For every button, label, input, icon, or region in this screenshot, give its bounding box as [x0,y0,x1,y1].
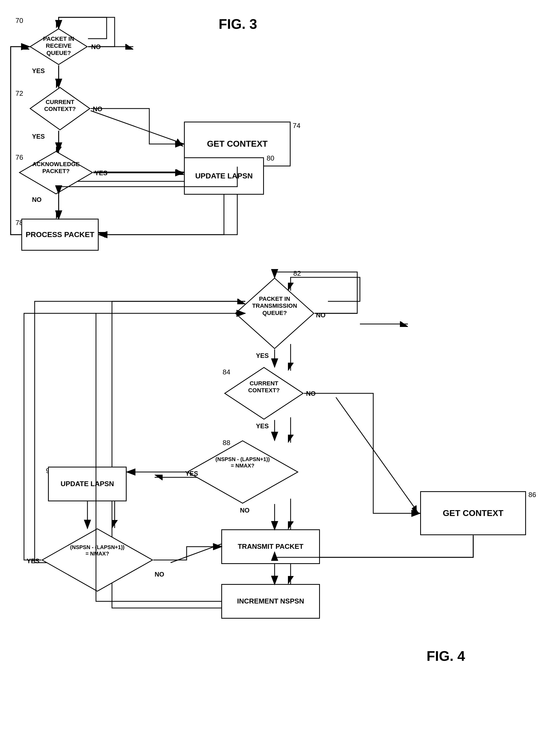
n88-diamond: (NSPSN - (LAPSN+1)) = NMAX? [187,440,299,504]
n88-text: (NSPSN - (LAPSN+1)) = NMAX? [203,456,283,469]
svg-marker-23 [42,529,152,591]
n70-no-label: NO [91,43,101,51]
n84-yes-label: YES [256,422,269,430]
n74-label: 74 [293,122,300,130]
n72-yes-label: YES [32,133,45,140]
n82-text: PACKET IN TRANSMISSION QUEUE? [246,295,303,317]
svg-line-16 [171,544,221,563]
diagram-container: FIG. 3 70 PACKET IN RECEIVE QUEUE? NO YE… [0,0,550,756]
n82-label: 82 [293,269,301,278]
n84-no-label: NO [306,390,316,397]
n70-diamond: PACKET IN RECEIVE QUEUE? [29,28,88,65]
n88-yes-label: YES [185,470,198,477]
svg-line-10 [336,397,419,513]
n96-yes-label: YES [27,557,39,565]
n72-text: CURRENT CONTEXT? [36,99,84,113]
n90-box: TRANSMIT PACKET [221,529,320,564]
n86-label: 86 [528,491,536,499]
n82-no-label: NO [316,311,326,319]
n84-diamond: CURRENT CONTEXT? [224,367,304,420]
n72-diamond: CURRENT CONTEXT? [29,87,91,131]
n82-diamond: PACKET IN TRANSMISSION QUEUE? [235,277,315,349]
n78-box: PROCESS PACKET [21,219,99,251]
n96-text: (NSPSN - (LAPSN+1)) = NMAX? [53,544,141,557]
n92-box: INCREMENT NSPSN [221,584,320,619]
n70-text: PACKET IN RECEIVE QUEUE? [35,35,83,57]
n76-text: ACKNOWLEDGE PACKET? [27,161,85,175]
fig3-title: FIG. 3 [219,16,257,32]
n76-yes-label: YES [95,169,107,177]
n96-no-label: NO [155,571,164,578]
svg-line-4 [91,111,184,144]
svg-marker-22 [187,441,298,503]
n70-label: 70 [15,17,23,25]
n76-no-label: NO [32,196,42,203]
n84-text: CURRENT CONTEXT? [235,380,293,394]
n70-yes-label: YES [32,67,45,75]
n72-label: 72 [15,89,23,98]
n80-label: 80 [267,154,274,162]
n88-no-label: NO [240,507,250,514]
n94-box: UPDATE LAPSN [48,467,127,501]
n76-diamond: ACKNOWLEDGE PACKET? [19,151,93,195]
n82-yes-label: YES [256,352,269,359]
n96-diamond: (NSPSN - (LAPSN+1)) = NMAX? [41,528,153,592]
n72-no-label: NO [93,105,102,113]
fig4-title: FIG. 4 [427,648,465,664]
n86-box: GET CONTEXT [420,491,526,535]
n80-box: UPDATE LAPSN [184,157,264,195]
